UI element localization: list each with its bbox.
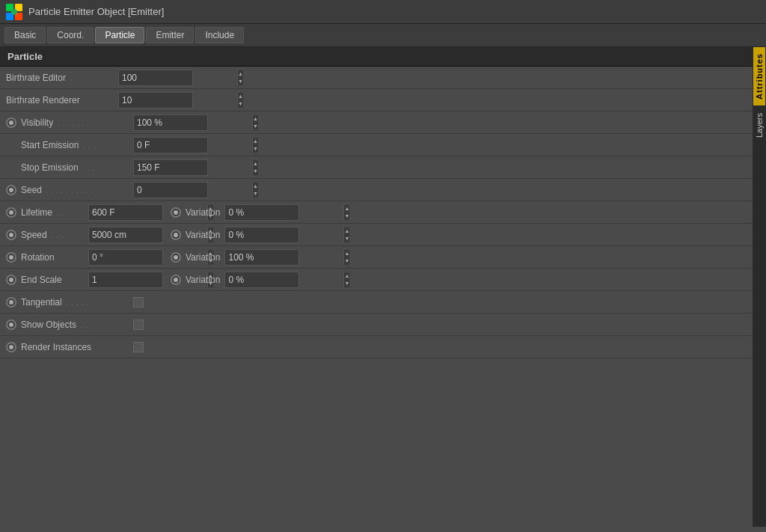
end-scale-variation-label: Variation xyxy=(186,275,220,285)
main-panel: Particle Birthrate Editor . . . ▲ ▼ Birt… xyxy=(0,47,766,527)
stop-emission-up[interactable]: ▲ xyxy=(253,160,258,168)
lifetime-variation-arrows[interactable]: ▲ ▼ xyxy=(343,205,349,220)
seed-up[interactable]: ▲ xyxy=(253,183,258,190)
speed-variation-arrows[interactable]: ▲ ▼ xyxy=(343,227,349,242)
rotation-variation-radio[interactable] xyxy=(171,252,181,263)
end-scale-radio[interactable] xyxy=(6,275,16,285)
end-scale-variation-arrows[interactable]: ▲ ▼ xyxy=(343,272,349,287)
birthrate-editor-input[interactable]: ▲ ▼ xyxy=(118,70,193,86)
lifetime-label: Lifetime . . xyxy=(21,207,88,218)
start-emission-up[interactable]: ▲ xyxy=(253,138,258,145)
show-objects-row: Show Objects . . xyxy=(0,314,753,336)
visibility-up[interactable]: ▲ xyxy=(253,115,258,123)
speed-variation-group: Variation ▲ ▼ xyxy=(171,227,299,243)
birthrate-renderer-down[interactable]: ▼ xyxy=(238,100,243,108)
seed-down[interactable]: ▼ xyxy=(253,190,258,198)
tab-include[interactable]: Include xyxy=(195,27,244,43)
rotation-variation-down[interactable]: ▼ xyxy=(344,257,349,265)
tangential-row: Tangential . . . . . xyxy=(0,291,753,314)
rotation-input[interactable]: ▲ ▼ xyxy=(88,249,163,266)
end-scale-variation-input[interactable]: ▲ ▼ xyxy=(224,272,299,288)
speed-variation-field[interactable] xyxy=(225,230,343,240)
lifetime-variation-down[interactable]: ▼ xyxy=(344,213,349,220)
birthrate-renderer-input[interactable]: ▲ ▼ xyxy=(118,92,193,108)
end-scale-input[interactable]: ▲ ▼ xyxy=(88,272,163,288)
speed-input[interactable]: ▲ ▼ xyxy=(88,227,163,243)
rotation-variation-label: Variation xyxy=(186,252,220,263)
render-instances-radio[interactable] xyxy=(6,342,16,352)
seed-field[interactable] xyxy=(134,185,252,195)
lifetime-row: Lifetime . . ▲ ▼ Variation ▲ ▼ xyxy=(0,201,753,224)
end-scale-variation-down[interactable]: ▼ xyxy=(344,280,349,287)
rotation-variation-input[interactable]: ▲ ▼ xyxy=(224,249,299,266)
end-scale-variation-up[interactable]: ▲ xyxy=(344,272,349,280)
tab-coord[interactable]: Coord. xyxy=(47,27,94,43)
lifetime-variation-radio[interactable] xyxy=(171,207,181,218)
stop-emission-field[interactable] xyxy=(134,162,252,173)
end-scale-variation-radio[interactable] xyxy=(171,275,181,285)
speed-row: Speed . . . ▲ ▼ Variation ▲ ▼ xyxy=(0,224,753,246)
start-emission-input[interactable]: ▲ ▼ xyxy=(133,137,208,153)
rotation-variation-up[interactable]: ▲ xyxy=(344,250,349,257)
birthrate-editor-down[interactable]: ▼ xyxy=(238,78,243,85)
layers-tab[interactable]: Layers xyxy=(753,107,765,144)
tab-particle[interactable]: Particle xyxy=(95,27,144,43)
birthrate-renderer-field[interactable] xyxy=(119,95,237,106)
lifetime-variation-input[interactable]: ▲ ▼ xyxy=(224,204,299,221)
speed-radio[interactable] xyxy=(6,230,16,240)
end-scale-variation-field[interactable] xyxy=(225,275,343,285)
seed-label: Seed . . . . . . . . . . xyxy=(21,185,133,195)
speed-label: Speed . . . xyxy=(21,230,88,240)
tangential-radio[interactable] xyxy=(6,297,16,308)
start-emission-arrows[interactable]: ▲ ▼ xyxy=(252,138,258,153)
visibility-radio[interactable] xyxy=(6,117,16,128)
stop-emission-label: Stop Emission . . . xyxy=(21,162,133,173)
visibility-input[interactable]: ▲ ▼ xyxy=(133,114,208,131)
stop-emission-input[interactable]: ▲ ▼ xyxy=(133,159,208,176)
visibility-arrows[interactable]: ▲ ▼ xyxy=(252,115,258,130)
speed-variation-down[interactable]: ▼ xyxy=(344,235,349,242)
birthrate-renderer-arrows[interactable]: ▲ ▼ xyxy=(237,93,243,108)
speed-variation-label: Variation xyxy=(186,230,220,240)
birthrate-renderer-up[interactable]: ▲ xyxy=(238,93,243,100)
stop-emission-arrows[interactable]: ▲ ▼ xyxy=(252,160,258,175)
tangential-label: Tangential . . . . . xyxy=(21,297,133,308)
birthrate-editor-arrows[interactable]: ▲ ▼ xyxy=(237,70,243,85)
lifetime-radio[interactable] xyxy=(6,207,16,218)
seed-arrows[interactable]: ▲ ▼ xyxy=(252,183,258,198)
lifetime-variation-field[interactable] xyxy=(225,207,343,218)
right-sidebar: Attributes Layers xyxy=(753,47,766,527)
visibility-field[interactable] xyxy=(134,117,252,128)
start-emission-field[interactable] xyxy=(134,140,252,150)
lifetime-input[interactable]: ▲ ▼ xyxy=(88,204,163,221)
show-objects-checkbox[interactable] xyxy=(133,319,144,330)
visibility-down[interactable]: ▼ xyxy=(253,123,258,130)
app-icon xyxy=(6,4,22,20)
seed-input[interactable]: ▲ ▼ xyxy=(133,182,208,198)
rotation-variation-arrows[interactable]: ▲ ▼ xyxy=(343,250,349,265)
rotation-radio[interactable] xyxy=(6,252,16,263)
birthrate-editor-up[interactable]: ▲ xyxy=(238,70,243,78)
attributes-tab[interactable]: Attributes xyxy=(753,47,765,106)
show-objects-label: Show Objects . . xyxy=(21,319,133,330)
seed-radio[interactable] xyxy=(6,185,16,195)
window-title: Particle Emitter Object [Emitter] xyxy=(28,6,164,17)
start-emission-down[interactable]: ▼ xyxy=(253,145,258,153)
speed-variation-up[interactable]: ▲ xyxy=(344,227,349,235)
visibility-label: Visibility . . . . . . . xyxy=(21,117,133,128)
show-objects-radio[interactable] xyxy=(6,319,16,330)
tangential-checkbox[interactable] xyxy=(133,297,144,308)
rotation-row: Rotation ▲ ▼ Variation ▲ ▼ xyxy=(0,246,753,269)
rotation-variation-field[interactable] xyxy=(225,252,343,263)
stop-emission-row: Stop Emission . . . ▲ ▼ xyxy=(0,156,753,179)
stop-emission-down[interactable]: ▼ xyxy=(253,168,258,175)
start-emission-row: Start Emission . . . ▲ ▼ xyxy=(0,134,753,156)
rotation-label: Rotation xyxy=(21,252,88,263)
speed-variation-input[interactable]: ▲ ▼ xyxy=(224,227,299,243)
birthrate-editor-field[interactable] xyxy=(119,73,237,83)
tab-emitter[interactable]: Emitter xyxy=(146,27,194,43)
lifetime-variation-up[interactable]: ▲ xyxy=(344,205,349,213)
render-instances-checkbox[interactable] xyxy=(133,342,144,352)
speed-variation-radio[interactable] xyxy=(171,230,181,240)
tab-basic[interactable]: Basic xyxy=(4,27,46,43)
